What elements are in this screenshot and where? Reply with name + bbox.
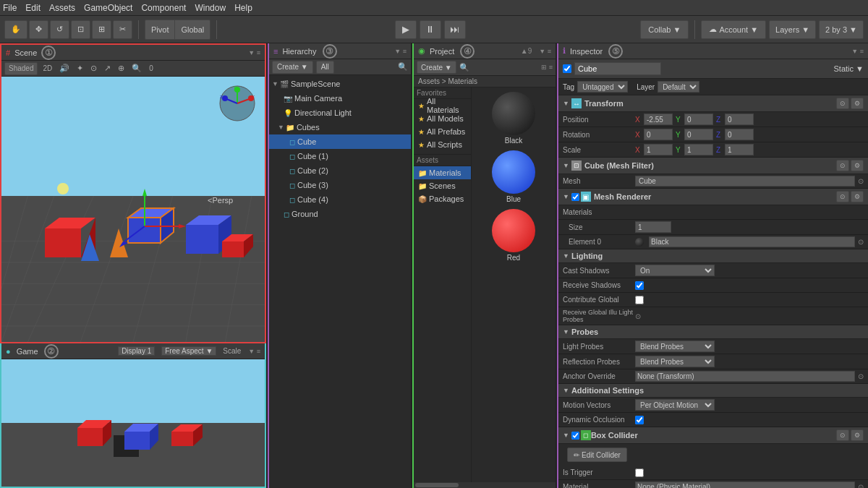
- transform-ref-btn[interactable]: ⊙: [836, 98, 849, 109]
- proj-all-materials[interactable]: ★ All Materials: [414, 99, 471, 112]
- proj-materials-folder[interactable]: 📁 Materials: [414, 166, 471, 179]
- tag-select[interactable]: Untagged: [577, 81, 628, 93]
- object-name-input[interactable]: [574, 62, 661, 75]
- proj-all-models[interactable]: ★ All Models: [414, 112, 471, 125]
- mat-red[interactable]: Red: [476, 209, 551, 262]
- layout-button[interactable]: 2 by 3 ▼: [819, 20, 864, 39]
- tool-transform[interactable]: ✂: [113, 20, 132, 39]
- play-button[interactable]: ▶: [395, 20, 417, 39]
- boxcollider-ref-btn[interactable]: ⊙: [836, 429, 849, 441]
- meshfilter-ref-btn[interactable]: ⊙: [836, 160, 849, 171]
- mat-black[interactable]: Black: [476, 92, 551, 145]
- static-label[interactable]: Static ▼: [834, 64, 864, 73]
- scale-x-input[interactable]: [644, 144, 673, 155]
- meshfilter-header[interactable]: ▼ ⊡ Cube (Mesh Filter) ⊙ ⚙: [558, 158, 868, 174]
- scene-canvas[interactable]: <Persp y x z: [1, 77, 265, 342]
- proj-all-scripts[interactable]: ★ All Scripts: [414, 138, 471, 151]
- hierarchy-item-cube4[interactable]: ◻ Cube (4): [269, 192, 411, 207]
- contribute-global-checkbox[interactable]: [635, 296, 644, 304]
- hierarchy-item-cube1[interactable]: ◻ Cube (1): [269, 149, 411, 163]
- anchor-val[interactable]: None (Transform): [635, 371, 855, 382]
- meshrenderer-header[interactable]: ▼ ▣ Mesh Renderer ⊙ ⚙: [558, 189, 868, 205]
- global-btn[interactable]: Global: [175, 20, 210, 39]
- hierarchy-item-ground[interactable]: ◻ Ground: [269, 207, 411, 221]
- edit-collider-btn[interactable]: ✏ Edit Collider: [567, 448, 627, 462]
- game-canvas[interactable]: [1, 359, 265, 487]
- boxcollider-gear-btn[interactable]: ⚙: [851, 429, 864, 441]
- project-create-btn[interactable]: Create ▼: [417, 61, 456, 74]
- pos-x-input[interactable]: [644, 114, 673, 125]
- scene-toolbar-btn4[interactable]: ↗: [102, 64, 113, 73]
- motion-vectors-select[interactable]: Per Object Motion: [635, 399, 715, 411]
- reflection-probes-select[interactable]: Blend Probes: [635, 356, 715, 367]
- menu-help[interactable]: Help: [234, 3, 252, 13]
- element0-val[interactable]: Black: [649, 236, 855, 247]
- rot-y-input[interactable]: [684, 129, 713, 140]
- dynamic-occlusion-checkbox[interactable]: [635, 416, 644, 424]
- scale-select[interactable]: Scale: [223, 347, 241, 355]
- hierarchy-scene-root[interactable]: ▼ 🎬 SampleScene: [269, 77, 411, 91]
- collider-mat-val[interactable]: None (Physic Material): [635, 481, 855, 488]
- pivot-btn[interactable]: Pivot: [145, 20, 175, 39]
- mat-size-input[interactable]: [635, 221, 671, 233]
- layer-select[interactable]: Default: [658, 81, 699, 93]
- receive-shadows-checkbox[interactable]: [635, 281, 644, 290]
- aspect-select[interactable]: Free Aspect ▼: [161, 346, 216, 356]
- menu-edit[interactable]: Edit: [25, 3, 41, 13]
- pos-z-input[interactable]: [725, 114, 754, 125]
- transform-gear-btn[interactable]: ⚙: [851, 98, 864, 109]
- light-probes-select[interactable]: Blend Probes: [635, 341, 715, 352]
- hierarchy-item-camera[interactable]: 📷 Main Camera: [269, 91, 411, 106]
- tool-rect[interactable]: ⊞: [92, 20, 111, 39]
- assets-label[interactable]: Assets: [418, 77, 440, 85]
- element0-pick[interactable]: ⊙: [858, 238, 864, 246]
- hierarchy-all-btn[interactable]: All: [316, 61, 334, 74]
- account-button[interactable]: ☁ Account ▼: [701, 20, 766, 39]
- probes-header[interactable]: ▼ Probes: [558, 325, 868, 339]
- project-search-icon[interactable]: 🔍: [459, 63, 469, 72]
- boxcollider-checkbox[interactable]: [571, 432, 579, 440]
- menu-component[interactable]: Component: [141, 3, 186, 13]
- search-icon[interactable]: 🔍: [129, 64, 144, 73]
- proj-packages-folder[interactable]: 📦 Packages: [414, 192, 471, 205]
- is-trigger-checkbox[interactable]: [635, 468, 644, 477]
- proj-scenes-folder[interactable]: 📁 Scenes: [414, 179, 471, 192]
- lighting-header[interactable]: ▼ Lighting: [558, 249, 868, 263]
- step-button[interactable]: ⏭: [444, 20, 466, 39]
- pos-y-input[interactable]: [684, 114, 713, 125]
- object-active-checkbox[interactable]: [563, 64, 571, 73]
- mesh-val[interactable]: Cube: [635, 176, 855, 187]
- hierarchy-item-cube2[interactable]: ◻ Cube (2): [269, 163, 411, 178]
- hierarchy-search[interactable]: 🔍: [398, 62, 408, 72]
- boxcollider-header[interactable]: ▼ ◻ Box Collider ⊙ ⚙: [558, 427, 868, 444]
- receive-global-pick[interactable]: ⊙: [635, 312, 641, 320]
- project-scrollbar[interactable]: [414, 482, 556, 488]
- scene-toolbar-btn5[interactable]: ⊕: [116, 64, 127, 73]
- tool-move[interactable]: ✥: [29, 20, 48, 39]
- hierarchy-item-cube3[interactable]: ◻ Cube (3): [269, 178, 411, 192]
- scrollbar-thumb[interactable]: [415, 483, 459, 487]
- meshrenderer-gear-btn[interactable]: ⚙: [851, 191, 864, 202]
- menu-file[interactable]: File: [3, 3, 17, 13]
- menu-gameobject[interactable]: GameObject: [84, 3, 132, 13]
- menu-window[interactable]: Window: [195, 3, 226, 13]
- audio-icon[interactable]: 🔊: [57, 64, 72, 73]
- transform-header[interactable]: ▼ ↔ Transform ⊙ ⚙: [558, 95, 868, 112]
- meshrenderer-ref-btn[interactable]: ⊙: [836, 191, 849, 202]
- scale-z-input[interactable]: [725, 144, 754, 155]
- shading-mode[interactable]: Shaded: [4, 62, 38, 75]
- tool-hand[interactable]: ✋: [4, 20, 27, 39]
- meshrenderer-checkbox[interactable]: [571, 193, 579, 201]
- display-select[interactable]: Display 1: [118, 346, 155, 356]
- materials-label[interactable]: Materials: [448, 77, 477, 85]
- tool-scale[interactable]: ⊡: [71, 20, 90, 39]
- rot-z-input[interactable]: [725, 129, 754, 140]
- hierarchy-item-cubes[interactable]: ▼ 📁 Cubes: [269, 120, 411, 134]
- scale-y-input[interactable]: [684, 144, 713, 155]
- additional-header[interactable]: ▼ Additional Settings: [558, 384, 868, 398]
- rot-x-input[interactable]: [644, 129, 673, 140]
- hierarchy-item-cube[interactable]: ◻ Cube: [269, 134, 411, 149]
- cast-shadows-select[interactable]: On: [635, 265, 715, 276]
- meshfilter-gear-btn[interactable]: ⚙: [851, 160, 864, 171]
- 2d-button[interactable]: 2D: [41, 64, 54, 72]
